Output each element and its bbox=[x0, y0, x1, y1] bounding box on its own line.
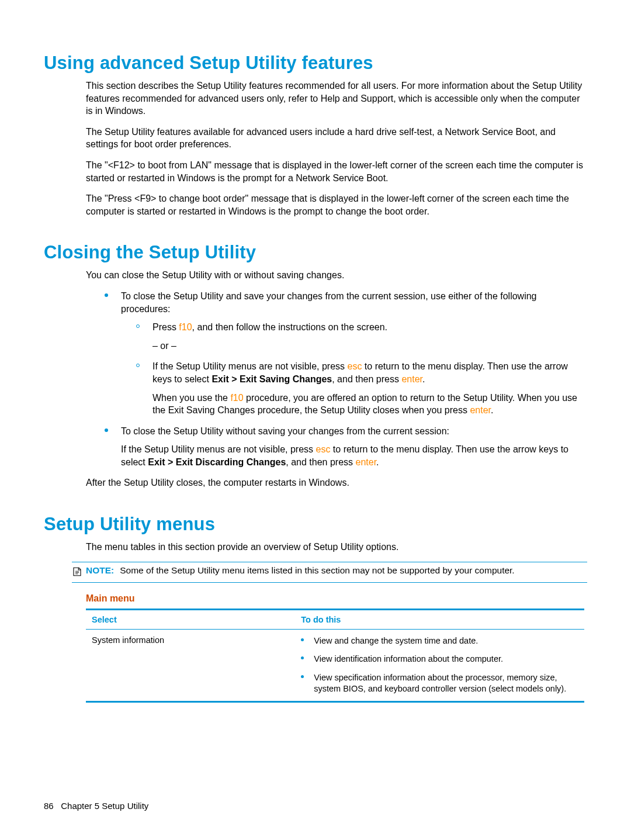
table-row: System information View and change the s… bbox=[86, 629, 584, 701]
closing-bullet-list: To close the Setup Utility and save your… bbox=[86, 290, 584, 469]
cell-system-information: System information bbox=[86, 629, 295, 701]
note-icon bbox=[72, 566, 82, 579]
chapter-label: Chapter bbox=[61, 801, 95, 811]
key-esc-1: esc bbox=[347, 361, 362, 371]
key-esc-2: esc bbox=[316, 444, 330, 454]
section-menus-body: The menu tables in this section provide … bbox=[86, 541, 584, 554]
main-menu-table: Select To do this System information Vie… bbox=[86, 609, 584, 703]
closing-bullet-save: To close the Setup Utility and save your… bbox=[105, 290, 584, 417]
para-menus-intro: The menu tables in this section provide … bbox=[86, 541, 584, 554]
closing-bullet-discard: To close the Setup Utility without savin… bbox=[105, 425, 584, 469]
section-advanced-body: This section describes the Setup Utility… bbox=[86, 79, 584, 217]
section-closing-body: You can close the Setup Utility with or … bbox=[86, 269, 584, 489]
key-enter-3: enter bbox=[356, 457, 377, 467]
th-select: Select bbox=[86, 609, 295, 629]
cell-system-information-actions: View and change the system time and date… bbox=[295, 629, 584, 701]
note-label: NOTE: bbox=[86, 565, 114, 576]
chapter-title: Setup Utility bbox=[99, 801, 148, 811]
para-advanced-4: The "Press <F9> to change boot order" me… bbox=[86, 192, 584, 217]
heading-closing: Closing the Setup Utility bbox=[44, 242, 587, 263]
page-number: 86 bbox=[44, 801, 54, 811]
key-enter-1: enter bbox=[401, 374, 422, 384]
page-footer: 86 Chapter 5 Setup Utility bbox=[44, 801, 148, 811]
note-text: Some of the Setup Utility menu items lis… bbox=[120, 565, 514, 576]
closing-discard-para: If the Setup Utility menus are not visib… bbox=[121, 443, 584, 468]
note-block: NOTE: Some of the Setup Utility menu ite… bbox=[72, 562, 587, 583]
document-page: Using advanced Setup Utility features Th… bbox=[0, 0, 631, 840]
th-todo: To do this bbox=[295, 609, 584, 629]
para-closing-after: After the Setup Utility closes, the comp… bbox=[86, 476, 584, 489]
list-item: View specification information about the… bbox=[301, 672, 580, 695]
closing-sub-para-f10: When you use the f10 procedure, you are … bbox=[152, 392, 584, 417]
subheading-main-menu: Main menu bbox=[86, 593, 584, 604]
para-advanced-3: The "<F12> to boot from LAN" message tha… bbox=[86, 159, 584, 184]
key-f10-2: f10 bbox=[230, 393, 243, 403]
key-f10-1: f10 bbox=[179, 322, 192, 332]
actions-list: View and change the system time and date… bbox=[301, 635, 580, 695]
exit-discarding-changes: Exit > Exit Discarding Changes bbox=[148, 457, 286, 467]
list-item: View and change the system time and date… bbox=[301, 635, 580, 647]
para-advanced-1: This section describes the Setup Utility… bbox=[86, 79, 584, 117]
para-closing-intro: You can close the Setup Utility with or … bbox=[86, 269, 584, 282]
table-header-row: Select To do this bbox=[86, 609, 584, 629]
chapter-number: 5 bbox=[95, 801, 99, 811]
key-enter-2: enter bbox=[470, 405, 491, 415]
heading-menus: Setup Utility menus bbox=[44, 514, 587, 535]
list-item: View identification information about th… bbox=[301, 654, 580, 665]
para-advanced-2: The Setup Utility features available for… bbox=[86, 126, 584, 151]
heading-advanced-features: Using advanced Setup Utility features bbox=[44, 53, 587, 74]
main-menu-block: Main menu Select To do this System infor… bbox=[86, 593, 584, 703]
exit-saving-changes: Exit > Exit Saving Changes bbox=[212, 374, 332, 384]
closing-sub-f10: Press f10, and then follow the instructi… bbox=[136, 321, 584, 352]
or-separator: – or – bbox=[152, 340, 584, 352]
closing-sub-list: Press f10, and then follow the instructi… bbox=[121, 321, 584, 417]
closing-sub-esc: If the Setup Utility menus are not visib… bbox=[136, 360, 584, 416]
